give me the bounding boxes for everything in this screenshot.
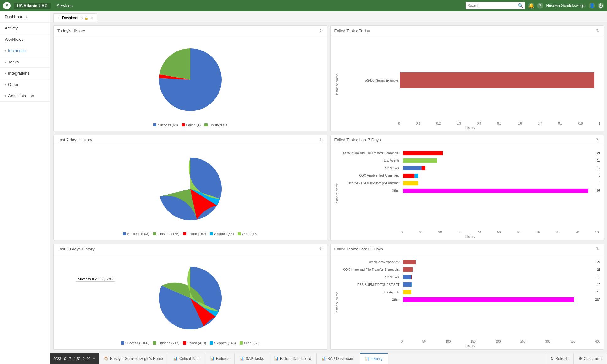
failed-7days-x-title: History [340, 235, 601, 238]
main-area: ⊞ Dashboards 🔒 ✕ Today's History ↻ [50, 11, 607, 364]
sidebar-item-activity[interactable]: Activity [0, 23, 50, 34]
tab-dashboards-label: Dashboards [62, 16, 83, 20]
bar-label-list-agents: List-Agents [340, 159, 400, 162]
panel-failed-today: Failed Tasks: Today ↻ Instance Name AS40… [330, 25, 604, 131]
bar-track-sbzos2a-30 [403, 275, 594, 279]
customize-button[interactable]: ⚙ Customize [574, 353, 607, 364]
panel-failed-today-title: Failed Tasks: Today [334, 29, 370, 33]
failures-label: Failures [216, 356, 230, 361]
sap-dashboard-icon: 📊 [322, 356, 326, 361]
bar-label-sbzos2a: SBZOS2A [340, 166, 400, 170]
panel-today-history-refresh[interactable]: ↻ [319, 28, 323, 33]
bar-seg1-ebs-submit [403, 282, 411, 287]
bell-icon[interactable]: 🔔 [528, 3, 534, 9]
panel-failed-7days: Failed Tasks: Last 7 Days ↻ Instance Nam… [330, 135, 604, 241]
bar-label-create-gd1: Create-GD1-Azure-Storage-Container [340, 181, 400, 185]
bar-row-cox-ansible: COX-Ansible-Test-Command 8 [340, 173, 601, 179]
critical-path-label: Critical Path [179, 356, 200, 361]
legend-finished-today: Finished (1) [204, 123, 227, 127]
bar-track-list-agents [403, 158, 594, 163]
bar-value-sbzos2a-30: 19 [597, 276, 600, 279]
help-icon[interactable]: ? [537, 3, 543, 9]
failed-today-x-title: History [340, 126, 601, 130]
panel-7days-history-refresh[interactable]: ↻ [319, 137, 323, 142]
bar-seg2-sbzos2a [422, 166, 425, 170]
bar-track-sbzos2a [403, 166, 594, 170]
refresh-button[interactable]: ↻ Refresh [545, 353, 574, 364]
user-avatar[interactable]: 👤 [589, 3, 595, 9]
30days-pie-svg [159, 267, 222, 329]
sidebar: Dashboards Activity Workflows ▾ Instance… [0, 11, 50, 364]
search-bar[interactable]: 🔍 [466, 2, 525, 9]
panel-failed-today-header: Failed Tasks: Today ↻ [331, 26, 604, 36]
bar-row-create-gd1: Create-GD1-Azure-Storage-Container 8 [340, 180, 601, 186]
panel-7days-history-header: Last 7 days History ↻ [54, 135, 327, 145]
bar-row-oracle: oracle-ebs-import-test 27 [340, 259, 601, 265]
sidebar-item-other[interactable]: ▾ Other [0, 79, 50, 90]
legend-label-fa7: Failed (152) [187, 232, 206, 236]
sidebar-item-dashboards[interactable]: Dashboards [0, 11, 50, 23]
panel-failed-today-refresh[interactable]: ↻ [596, 28, 600, 33]
bottombar-item-failure-dashboard[interactable]: 📊 Failure Dashboard [269, 353, 317, 364]
sidebar-item-workflows[interactable]: Workflows [0, 34, 50, 45]
search-input[interactable] [468, 3, 518, 8]
bar-row-other-30days: Other 362 [340, 297, 601, 303]
bar-value-list-agents-30: 18 [597, 291, 600, 294]
legend-failed-today: Failed (1) [182, 123, 201, 127]
bottombar-item-failures[interactable]: 📊 Failures [205, 353, 235, 364]
bar-label-cox-ft: COX-Intercloud-File-Transfer-Sharepoint [340, 151, 400, 155]
sidebar-item-integrations[interactable]: ▾ Integrations [0, 68, 50, 79]
legend-dot-success [153, 123, 156, 126]
panel-failed-30days-refresh[interactable]: ↻ [596, 246, 600, 251]
sidebar-label-integrations: Integrations [8, 71, 30, 76]
legend-finished-30days: Finished (717) [153, 341, 179, 345]
legend-failed-30days: Failed (419) [183, 341, 206, 345]
sidebar-item-administration[interactable]: ▾ Administration [0, 90, 50, 102]
bar-seg2-sbzos2a-30 [411, 275, 412, 279]
legend-dot-fa7 [183, 232, 186, 235]
bar-seg2-cox-ansible [414, 174, 418, 178]
failed-today-bar-chart: Instance Name AS400 iSeries Example [334, 39, 601, 130]
legend-skipped-30days: Skipped (146) [210, 341, 236, 345]
bottombar-item-sap-dashboard[interactable]: 📊 SAP Dashboard [317, 353, 360, 364]
bottombar-item-critical-path[interactable]: 📊 Critical Path [168, 353, 205, 364]
7days-pie-legend: Success (903) Finished (165) Failed (152… [57, 229, 324, 237]
bottombar-item-sap-tasks[interactable]: 📊 SAP Tasks [235, 353, 269, 364]
failures-icon: 📊 [210, 356, 214, 361]
failure-dashboard-icon: 📊 [274, 356, 279, 361]
sidebar-item-tasks[interactable]: ▾ Tasks [0, 56, 50, 68]
sidebar-label-administration: Administration [8, 94, 34, 98]
bar-row-cox-ft-30: COX-Intercloud-File-Transfer-Sharepoint … [340, 266, 601, 273]
legend-label-sk30: Skipped (146) [214, 341, 236, 345]
bar-fill-other-30days [403, 297, 574, 302]
panel-30days-history-refresh[interactable]: ↻ [319, 246, 323, 251]
clock-arrow: ▼ [92, 357, 95, 360]
bar-row-cox-ft: COX-Intercloud-File-Transfer-Sharepoint … [340, 150, 601, 156]
dashboard-content: Today's History ↻ [50, 22, 607, 353]
bar-fill-as400 [400, 72, 594, 88]
panel-7days-history-body: Success (903) Finished (165) Failed (152… [54, 145, 327, 240]
tab-dashboards[interactable]: ⊞ Dashboards 🔒 ✕ [53, 13, 97, 22]
bottombar-item-home[interactable]: 🏠 Huseyin Gomleksizoglu's Home [99, 353, 168, 364]
bottombar: 2023-10-17 11:52 -0400 ▼ 🏠 Huseyin Gomle… [50, 353, 607, 364]
panel-failed-30days: Failed Tasks: Last 30 Days ↻ Instance Na… [330, 244, 604, 350]
power-icon[interactable]: ⏻ [598, 3, 604, 9]
failed-today-chart-main: AS400 iSeries Example 00.10.20.30.40.50.… [340, 39, 601, 130]
bar-track-list-agents-30 [403, 290, 594, 294]
failed-30days-x-axis: 050100150200250300350400 [401, 340, 601, 343]
bar-row-list-agents: List-Agents 18 [340, 158, 601, 164]
panel-failed-7days-refresh[interactable]: ↻ [596, 137, 600, 142]
sidebar-label-activity: Activity [5, 26, 18, 30]
history-label: History [371, 357, 382, 361]
bottombar-item-history[interactable]: 📊 History [360, 353, 388, 364]
sidebar-label-workflows: Workflows [5, 37, 24, 42]
failed-30days-x-title: History [340, 344, 601, 348]
sidebar-item-instances[interactable]: ▾ Instances [0, 45, 50, 56]
bar-value-cox-ansible: 8 [599, 174, 600, 177]
today-pie-svg [159, 48, 222, 111]
app-logo: S [3, 2, 11, 9]
panel-7days-history: Last 7 days History ↻ [53, 135, 327, 241]
services-menu[interactable]: Services [54, 3, 76, 9]
tab-close-button[interactable]: ✕ [90, 16, 93, 20]
user-name: Huseyin Gomleksizoglu [546, 3, 586, 8]
